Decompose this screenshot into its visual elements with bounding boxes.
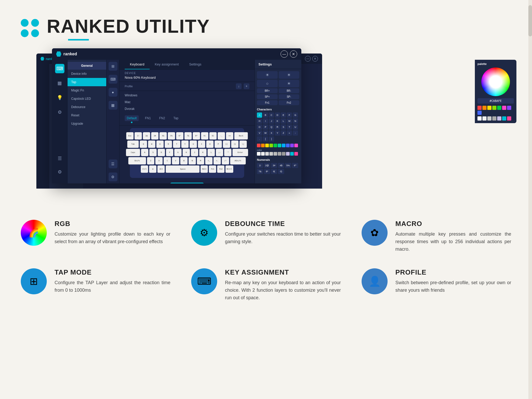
sidebar-icon-macro[interactable]: ⚙ bbox=[55, 108, 64, 117]
nav-upgrade[interactable]: Upgrade bbox=[68, 119, 106, 128]
key-q[interactable]: Q bbox=[140, 141, 147, 148]
swatch-blue[interactable] bbox=[286, 144, 290, 147]
num-key-4[interactable]: 4$ bbox=[278, 163, 284, 168]
nav-tap[interactable]: Tap bbox=[68, 78, 106, 86]
num-key-7[interactable]: 7& bbox=[257, 169, 263, 174]
key-slash[interactable]: /! bbox=[222, 157, 229, 164]
char-key-U[interactable]: U bbox=[293, 124, 298, 130]
key-2[interactable]: 2@ bbox=[143, 132, 150, 139]
num-key-5[interactable]: 5% bbox=[285, 163, 291, 168]
key-shift-l[interactable]: Shift bbox=[128, 157, 146, 164]
char-key-Z[interactable]: Z bbox=[281, 130, 286, 136]
char-key-R[interactable]: R bbox=[275, 124, 280, 130]
char-key-J[interactable]: J bbox=[269, 118, 274, 124]
sidebar-icon-keyboard[interactable]: ⌨ bbox=[55, 64, 64, 73]
key-7[interactable]: 7& bbox=[184, 132, 192, 139]
swatch-purple[interactable] bbox=[290, 144, 294, 147]
num-key-9[interactable]: 9( bbox=[271, 169, 277, 174]
settings-btn-sun1[interactable]: ☀ bbox=[257, 71, 278, 79]
swatch-orange[interactable] bbox=[261, 144, 265, 147]
key-ctrl-l[interactable]: Ctrl bbox=[141, 165, 148, 173]
key-d[interactable]: D bbox=[158, 149, 165, 156]
char-key-C[interactable]: C bbox=[269, 112, 274, 118]
key-s[interactable]: S bbox=[149, 149, 157, 156]
key-win[interactable]: ⊞ bbox=[149, 165, 156, 173]
close-button[interactable]: ✕ bbox=[290, 50, 297, 58]
key-8[interactable]: 8* bbox=[193, 132, 200, 139]
sidebar-icon-settings[interactable]: ⚙ bbox=[55, 167, 64, 177]
nav-device-info[interactable]: Device info bbox=[68, 70, 106, 78]
settings-btn-br-minus[interactable]: BR- bbox=[279, 88, 300, 93]
settings-btn-br-plus[interactable]: BR+ bbox=[257, 88, 278, 93]
pal-swatch-cyan2[interactable] bbox=[502, 116, 506, 121]
nav-capslock-led[interactable]: Capslock LED bbox=[68, 95, 106, 103]
swatch-red[interactable] bbox=[257, 144, 261, 147]
key-z[interactable]: Z bbox=[147, 157, 154, 164]
char-key-B[interactable]: B bbox=[263, 112, 268, 118]
pal-swatch-lightgray[interactable] bbox=[482, 116, 487, 121]
key-fn2[interactable]: Fn2 bbox=[217, 165, 224, 173]
key-w[interactable]: W bbox=[148, 141, 155, 148]
save-button[interactable]: Save bbox=[170, 183, 204, 183]
scrollbar-thumb[interactable] bbox=[528, 5, 532, 36]
swatch-lavender[interactable] bbox=[286, 152, 290, 156]
icon-col-keyboard[interactable]: ⌨ bbox=[109, 75, 117, 84]
char-key-N[interactable]: N bbox=[293, 118, 298, 124]
char-key-F[interactable]: F bbox=[287, 112, 292, 118]
icon-col-settings-bottom[interactable]: ⚙ bbox=[109, 172, 117, 181]
swatch-white3[interactable] bbox=[265, 152, 269, 156]
key-period[interactable]: >. bbox=[214, 157, 221, 164]
nav-reset[interactable]: Reset bbox=[68, 111, 106, 119]
key-1[interactable]: 1! bbox=[135, 132, 142, 139]
pal-swatch-white[interactable] bbox=[477, 116, 482, 121]
icon-col-grid[interactable]: ⊞ bbox=[109, 62, 117, 71]
key-h[interactable]: H bbox=[183, 149, 190, 156]
kb-tab-fn1[interactable]: FN1 bbox=[143, 115, 153, 123]
swatch-skyblue[interactable] bbox=[282, 144, 285, 147]
swatch-cyan[interactable] bbox=[290, 152, 294, 156]
char-key-Q[interactable]: Q bbox=[269, 124, 274, 130]
swatch-white5[interactable] bbox=[274, 152, 277, 156]
key-tab[interactable]: Tab bbox=[127, 141, 139, 148]
key-lbracket[interactable]: [{ bbox=[223, 141, 230, 148]
key-rctrl[interactable]: RCtrl bbox=[225, 165, 233, 173]
profile-dvorak[interactable]: Dvorak bbox=[119, 105, 255, 112]
settings-btn-sun3[interactable]: ☀ bbox=[279, 80, 300, 87]
swatch-hotpink[interactable] bbox=[294, 152, 298, 156]
char-key-L[interactable]: L bbox=[281, 118, 286, 124]
key-quote[interactable]: '" bbox=[224, 149, 231, 156]
key-u[interactable]: U bbox=[190, 141, 197, 148]
char-key-Y[interactable]: Y bbox=[275, 130, 280, 136]
key-0[interactable]: 0) bbox=[209, 132, 217, 139]
settings-btn-circle[interactable]: ○ bbox=[257, 80, 278, 87]
pal-swatch-purple[interactable] bbox=[507, 106, 511, 110]
key-j[interactable]: J bbox=[191, 149, 198, 156]
pal-swatch-red[interactable] bbox=[477, 106, 482, 110]
num-key-2[interactable]: 2@ bbox=[264, 163, 270, 168]
char-key-E[interactable]: E bbox=[281, 112, 286, 118]
kb-tab-fn2[interactable]: FN2 bbox=[157, 115, 167, 123]
key-equals[interactable]: =+ bbox=[226, 132, 233, 139]
swatch-green[interactable] bbox=[274, 144, 277, 147]
num-key-0[interactable]: 0) bbox=[278, 169, 284, 174]
key-n[interactable]: N bbox=[189, 157, 196, 164]
key-minus[interactable]: -_ bbox=[218, 132, 225, 139]
color-wheel[interactable] bbox=[481, 68, 510, 96]
swatch-teal[interactable] bbox=[278, 144, 281, 147]
key-ralt[interactable]: RAlt bbox=[201, 165, 208, 173]
key-g[interactable]: G bbox=[174, 149, 182, 156]
key-6[interactable]: 6^ bbox=[176, 132, 183, 139]
pal-swatch-lavender2[interactable] bbox=[497, 116, 501, 121]
key-backslash[interactable]: \| bbox=[240, 141, 247, 148]
kb-tab-default[interactable]: Default bbox=[125, 115, 139, 121]
icon-col-layers[interactable]: ▦ bbox=[109, 101, 117, 110]
pal-swatch-blue[interactable] bbox=[477, 111, 482, 115]
char-key-W[interactable]: W bbox=[263, 130, 268, 136]
swatch-white7[interactable] bbox=[282, 152, 285, 156]
key-caps[interactable]: Caps bbox=[126, 149, 140, 156]
tab-keyboard[interactable]: Keyboard bbox=[125, 60, 150, 69]
pal-swatch-hotpink2[interactable] bbox=[507, 116, 511, 121]
char-key-D[interactable]: D bbox=[275, 112, 280, 118]
icon-col-light[interactable]: ● bbox=[109, 88, 117, 97]
swatch-white4[interactable] bbox=[269, 152, 273, 156]
